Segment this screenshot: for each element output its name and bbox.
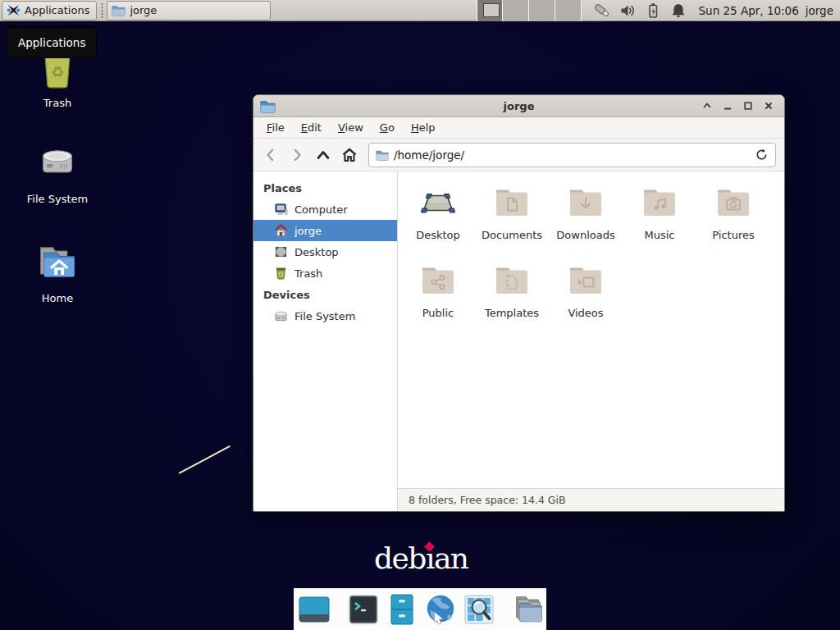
applications-menu-label: Applications — [25, 4, 89, 16]
forward-button[interactable] — [285, 144, 309, 167]
workspace-3[interactable] — [529, 0, 555, 21]
drive-icon — [274, 309, 288, 322]
applications-tooltip: Applications — [7, 27, 97, 58]
volume-icon[interactable] — [619, 2, 637, 20]
file-view[interactable]: Desktop Documents Do — [398, 171, 784, 511]
file-cabinet-icon — [386, 593, 418, 626]
clock[interactable]: Sun 25 Apr, 10:06 — [699, 4, 799, 17]
file-icon-public[interactable]: Public — [401, 261, 475, 339]
sidebar-item-file-system[interactable]: File System — [253, 305, 397, 326]
file-icon-documents[interactable]: Documents — [475, 183, 549, 261]
file-icon-downloads[interactable]: Downloads — [549, 183, 623, 261]
user-home-icon — [274, 224, 288, 237]
user-indicator[interactable]: jorge — [806, 4, 833, 17]
location-bar[interactable]: /home/jorge/ — [368, 143, 776, 167]
workspace-2[interactable] — [503, 0, 529, 21]
sidebar: Places Computer jorge — [253, 171, 398, 511]
stylus-icon[interactable] — [593, 2, 611, 20]
app-finder-button[interactable] — [463, 593, 495, 626]
file-icon-desktop[interactable]: Desktop — [401, 183, 475, 261]
close-button[interactable] — [763, 100, 774, 112]
sidebar-item-label: Trash — [294, 267, 322, 280]
notifications-bell-icon[interactable] — [669, 2, 687, 20]
maximize-button[interactable] — [742, 100, 754, 112]
file-grid: Desktop Documents Do — [398, 171, 784, 488]
debian-wordmark: debian — [374, 541, 468, 575]
menubar: File Edit View Go Help — [253, 117, 784, 139]
file-label: Videos — [568, 307, 603, 319]
forward-icon — [290, 148, 304, 162]
menu-edit[interactable]: Edit — [293, 118, 330, 137]
back-button[interactable] — [258, 144, 283, 167]
file-label: Desktop — [416, 229, 460, 241]
home-button[interactable] — [337, 144, 362, 167]
show-desktop-icon — [298, 593, 331, 626]
hard-drive-icon — [36, 142, 79, 185]
show-desktop-button[interactable] — [298, 593, 331, 626]
file-icon-videos[interactable]: Videos — [549, 261, 623, 339]
sidebar-item-label: Computer — [294, 203, 348, 216]
file-cabinet-button[interactable] — [386, 593, 418, 626]
location-path[interactable]: /home/jorge/ — [394, 148, 750, 162]
folder-icon — [112, 4, 126, 16]
menu-file[interactable]: File — [258, 118, 293, 137]
terminal-button[interactable] — [347, 593, 380, 626]
up-button[interactable] — [311, 144, 336, 167]
sidebar-item-label: Desktop — [294, 246, 339, 258]
documents-folder-icon — [492, 183, 532, 222]
public-folder-icon — [418, 261, 458, 300]
sidebar-item-desktop[interactable]: Desktop — [253, 241, 397, 262]
desktop-icon-label: Home — [8, 292, 107, 304]
music-folder-icon — [640, 183, 679, 222]
sidebar-item-label: File System — [294, 310, 355, 322]
desktop-icon-label: File System — [8, 193, 107, 205]
tasklist-handle[interactable] — [100, 3, 104, 18]
app-finder-icon — [463, 593, 495, 626]
file-icon-music[interactable]: Music — [623, 183, 696, 261]
menu-go[interactable]: Go — [372, 118, 403, 137]
workspace-switcher[interactable] — [477, 0, 582, 21]
workspace-4[interactable] — [555, 0, 582, 21]
taskbar-window-button[interactable]: jorge — [107, 1, 271, 21]
file-label: Downloads — [556, 229, 614, 241]
file-icon-pictures[interactable]: Pictures — [696, 183, 770, 261]
home-folder-icon — [34, 240, 80, 284]
file-manager-icon — [512, 593, 545, 626]
sidebar-item-trash[interactable]: Trash — [253, 262, 397, 284]
shade-button[interactable] — [701, 100, 713, 112]
debian-logo: debian — [374, 541, 468, 575]
file-icon-templates[interactable]: Templates — [475, 261, 549, 339]
desktop-icon-file-system[interactable]: File System — [8, 142, 107, 205]
file-label: Music — [645, 229, 675, 241]
desktop-icon-label: Trash — [8, 97, 107, 109]
minimize-button[interactable] — [722, 100, 733, 112]
workspace-window-thumb — [483, 3, 500, 17]
web-browser-button[interactable] — [424, 593, 457, 626]
menu-view[interactable]: View — [330, 118, 372, 137]
battery-icon[interactable] — [644, 2, 662, 20]
reload-icon[interactable] — [755, 148, 769, 162]
sidebar-header-devices: Devices — [253, 284, 397, 305]
sidebar-header-places: Places — [253, 177, 397, 199]
workspace-1[interactable] — [477, 0, 504, 21]
file-manager-window: jorge File Edit View Go Help — [253, 94, 785, 512]
desktop-icon-home[interactable]: Home — [8, 240, 107, 304]
taskbar-window-label: jorge — [130, 4, 157, 16]
dock-panel — [294, 588, 546, 630]
top-panel: Applications jorge — [0, 0, 840, 21]
downloads-folder-icon — [566, 183, 605, 222]
menu-help[interactable]: Help — [403, 118, 444, 137]
sidebar-item-jorge[interactable]: jorge — [253, 220, 397, 241]
file-manager-button[interactable] — [512, 593, 545, 626]
titlebar[interactable]: jorge — [253, 95, 784, 117]
applications-menu-button[interactable]: Applications — [2, 1, 97, 21]
window-folder-icon — [260, 99, 276, 113]
system-tray — [593, 2, 687, 20]
videos-folder-icon — [566, 261, 605, 300]
desktop-folder-icon — [418, 183, 458, 222]
file-label: Templates — [485, 307, 539, 319]
location-folder-icon — [376, 149, 389, 161]
sidebar-item-computer[interactable]: Computer — [253, 199, 397, 220]
window-content: Places Computer jorge — [253, 171, 784, 511]
templates-folder-icon — [492, 261, 532, 300]
